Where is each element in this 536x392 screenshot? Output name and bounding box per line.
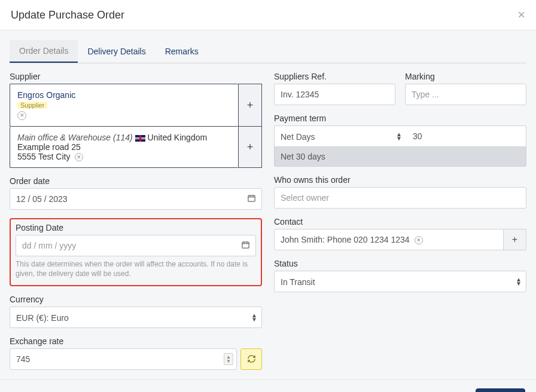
supplier-label: Supplier xyxy=(10,72,262,81)
posting-date-help: This date determines when the order will… xyxy=(16,259,256,278)
modal-title: Update Purchase Order xyxy=(11,9,124,22)
payment-term-label: Payment term xyxy=(274,114,526,123)
address-line2: 5555 Test City xyxy=(17,152,70,161)
field-currency: Currency EUR (€): Euro ▲▼ xyxy=(10,295,262,328)
left-column: Supplier Engros Organic Supplier ✕ + Mai… xyxy=(10,72,262,370)
field-marking: Marking xyxy=(405,72,526,105)
status-label: Status xyxy=(274,259,526,268)
owner-input[interactable] xyxy=(274,187,526,209)
tab-remarks[interactable]: Remarks xyxy=(156,40,208,63)
field-exchange-rate: Exchange rate ▲▼ xyxy=(10,336,262,370)
modal-footer: Save xyxy=(0,379,536,392)
supplier-badge: Supplier xyxy=(17,102,47,109)
suppliers-ref-input[interactable] xyxy=(274,84,395,105)
calendar-icon[interactable] xyxy=(247,194,256,204)
modal-update-purchase-order: Update Purchase Order × Order Details De… xyxy=(0,0,536,392)
calendar-icon[interactable] xyxy=(241,240,250,251)
supplier-chip[interactable]: Engros Organic Supplier ✕ xyxy=(10,84,238,127)
remove-supplier-icon[interactable]: ✕ xyxy=(17,111,26,120)
right-column: Suppliers Ref. Marking Payment term Net … xyxy=(274,72,526,370)
field-owner: Who owns this order xyxy=(274,175,526,209)
order-date-label: Order date xyxy=(10,176,262,186)
address-title: Main office & Warehouse (114) xyxy=(17,133,133,142)
contact-label: Contact xyxy=(274,217,526,226)
owner-label: Who owns this order xyxy=(274,175,526,185)
save-button[interactable]: Save xyxy=(476,388,525,392)
field-payment-term: Payment term Net Days ▲▼ Net 30 days xyxy=(274,114,526,167)
suppliers-ref-label: Suppliers Ref. xyxy=(274,72,395,81)
field-status: Status In Transit ▲▼ xyxy=(274,259,526,292)
tab-delivery-details[interactable]: Delivery Details xyxy=(78,40,155,63)
payment-term-days-input[interactable] xyxy=(407,125,526,147)
close-button[interactable]: × xyxy=(517,8,525,22)
payment-term-type-select[interactable]: Net Days xyxy=(274,125,407,147)
status-select[interactable]: In Transit xyxy=(274,271,526,292)
field-supplier: Supplier Engros Organic Supplier ✕ + Mai… xyxy=(10,72,262,168)
marking-input[interactable] xyxy=(405,84,526,105)
exchange-rate-input[interactable] xyxy=(10,348,237,370)
posting-date-label: Posting Date xyxy=(16,223,256,232)
modal-body: Order Details Delivery Details Remarks S… xyxy=(0,30,536,379)
tab-order-details[interactable]: Order Details xyxy=(10,40,78,63)
add-contact-button[interactable]: + xyxy=(504,229,526,250)
field-contact: Contact John Smith: Phone 020 1234 1234 … xyxy=(274,217,526,250)
address-country: United Kingdom xyxy=(148,133,208,142)
remove-address-icon[interactable]: ✕ xyxy=(75,153,83,161)
supplier-address-block[interactable]: Main office & Warehouse (114) United Kin… xyxy=(10,127,238,168)
number-spinner-icon[interactable]: ▲▼ xyxy=(224,353,233,365)
refresh-rate-button[interactable] xyxy=(240,348,262,370)
payment-term-display: Net 30 days xyxy=(274,147,526,167)
marking-label: Marking xyxy=(405,72,526,81)
select-caret-icon: ▲▼ xyxy=(396,132,402,140)
field-suppliers-ref: Suppliers Ref. xyxy=(274,72,395,105)
uk-flag-icon xyxy=(135,135,145,142)
add-supplier-button[interactable]: + xyxy=(238,84,262,127)
contact-input[interactable]: John Smith: Phone 020 1234 1234 ✕ xyxy=(274,229,504,250)
address-line1: Example road 25 xyxy=(17,142,231,152)
currency-label: Currency xyxy=(10,295,262,304)
supplier-name: Engros Organic xyxy=(17,90,231,100)
svg-rect-1 xyxy=(242,242,249,248)
posting-date-input[interactable] xyxy=(16,235,256,256)
currency-select[interactable]: EUR (€): Euro xyxy=(10,307,262,328)
order-date-input[interactable] xyxy=(10,188,262,210)
add-address-button[interactable]: + xyxy=(238,127,262,168)
exchange-rate-label: Exchange rate xyxy=(10,336,262,346)
modal-header: Update Purchase Order × xyxy=(0,0,536,30)
tabs: Order Details Delivery Details Remarks xyxy=(10,40,526,63)
field-posting-date: Posting Date This date determines when t… xyxy=(10,218,262,286)
svg-rect-0 xyxy=(248,195,255,201)
field-order-date: Order date xyxy=(10,176,262,210)
select-caret-icon: ▲▼ xyxy=(251,313,257,321)
select-caret-icon: ▲▼ xyxy=(516,277,522,286)
remove-contact-icon[interactable]: ✕ xyxy=(415,236,423,244)
